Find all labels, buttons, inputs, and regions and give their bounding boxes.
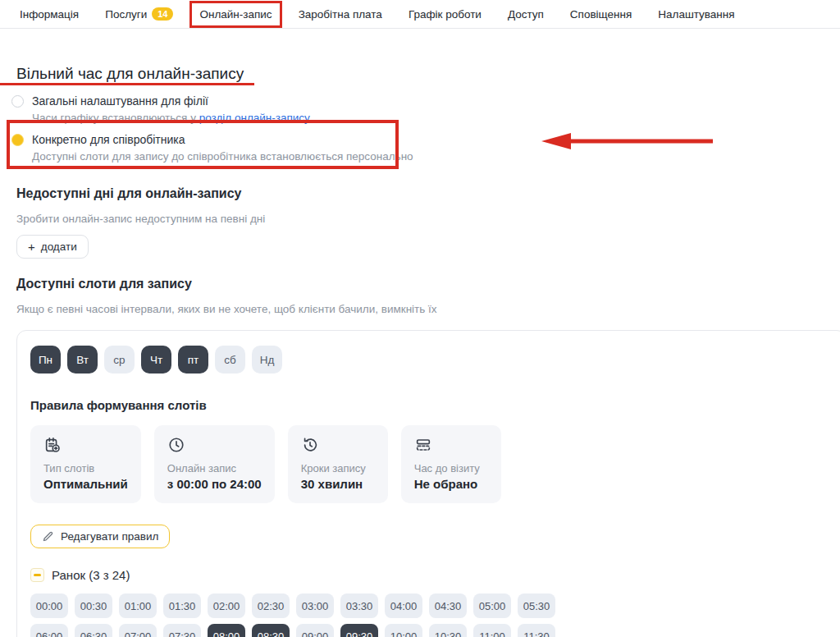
- top-nav: Інформація Послуги 14 Онлайн-запис Зароб…: [0, 0, 840, 29]
- rule-card: Кроки запису 30 хвилин: [288, 425, 388, 503]
- rule-card: Час до візиту Не обрано: [401, 425, 501, 503]
- nav-tab[interactable]: Послуги 14: [95, 0, 183, 28]
- plus-icon: +: [28, 241, 35, 253]
- rule-card-value: 30 хвилин: [301, 477, 375, 491]
- weekday-toggle[interactable]: Чт: [141, 346, 171, 373]
- unavailable-days-title: Недоступні дні для онлайн-запису: [16, 186, 840, 201]
- nav-tab[interactable]: Графік роботи: [399, 1, 491, 28]
- time-slot[interactable]: 10:00: [385, 624, 422, 637]
- edit-rules-button[interactable]: Редагувати правил: [30, 525, 170, 548]
- rule-card-label: Час до візиту: [414, 462, 488, 474]
- time-slot[interactable]: 11:30: [518, 624, 555, 637]
- weekday-toggle[interactable]: Вт: [67, 346, 98, 373]
- page-title: Вільний час для онлайн-запису: [16, 65, 840, 83]
- add-unavailable-day-button[interactable]: + додати: [16, 235, 89, 259]
- unavailable-days-subtitle: Зробити онлайн-запис недоступним на певн…: [16, 213, 840, 225]
- time-slot[interactable]: 07:30: [163, 624, 201, 637]
- option-employee-label: Конкретно для співробітника: [32, 133, 413, 147]
- time-slot[interactable]: 07:00: [119, 624, 157, 637]
- nav-tab[interactable]: Інформація: [10, 1, 89, 28]
- nav-tab-label: Онлайн-запис: [199, 8, 272, 21]
- option-employee-desc: Доступні слоти для запису до співробітни…: [32, 150, 413, 163]
- edit-rules-label: Редагувати правил: [61, 530, 158, 543]
- available-slots-subtitle: Якщо є певні часові інтервали, яких ви н…: [16, 303, 840, 315]
- option-branch-desc: Часи графіку встановлюються у розділ онл…: [32, 112, 310, 125]
- time-slot[interactable]: 10:30: [429, 624, 467, 637]
- time-slot[interactable]: 04:30: [429, 593, 467, 618]
- radio-selected-icon[interactable]: [11, 134, 24, 146]
- rule-card-value: Оптимальний: [43, 477, 128, 491]
- time-slot[interactable]: 02:00: [208, 593, 245, 618]
- option-branch-desc-text: Часи графіку встановлюються у: [32, 112, 199, 124]
- slot-type-icon: [43, 436, 62, 454]
- time-slot[interactable]: 03:30: [340, 593, 378, 618]
- nav-tab[interactable]: Сповіщення: [560, 1, 641, 28]
- time-slot[interactable]: 08:30: [252, 624, 290, 637]
- option-branch-settings[interactable]: Загальні налаштування для філії Часи гра…: [11, 94, 840, 125]
- weekday-toggle[interactable]: Пн: [30, 346, 61, 373]
- weekday-toggle[interactable]: Нд: [252, 346, 282, 373]
- nav-tab-label: Графік роботи: [409, 8, 482, 21]
- rule-card-label: Тип слотів: [43, 462, 128, 474]
- nav-tab-label: Доступ: [508, 8, 544, 21]
- nav-tab[interactable]: Доступ: [498, 1, 554, 28]
- time-slot[interactable]: 06:00: [30, 624, 68, 637]
- morning-group-row: Ранок (3 з 24): [30, 568, 833, 582]
- visit-time-icon: [414, 436, 432, 454]
- history-icon: [301, 436, 319, 454]
- nav-tab[interactable]: Заробітна плата: [289, 1, 392, 28]
- time-slot[interactable]: 01:30: [163, 593, 201, 618]
- time-slot[interactable]: 01:00: [119, 593, 157, 618]
- rule-card-value: Не обрано: [414, 477, 488, 491]
- rule-card: Онлайн запис з 00:00 по 24:00: [154, 425, 275, 503]
- time-slot[interactable]: 06:30: [75, 624, 112, 637]
- time-slot[interactable]: 02:30: [252, 593, 290, 618]
- rule-card-value: з 00:00 по 24:00: [167, 477, 262, 491]
- morning-group-label: Ранок (3 з 24): [52, 568, 130, 582]
- rule-card: Тип слотів Оптимальний: [30, 425, 141, 503]
- time-slot[interactable]: 08:00: [208, 624, 245, 637]
- nav-tab-label: Налаштування: [658, 8, 734, 21]
- weekday-toggles: ПнВтсрЧтптсбНд: [30, 346, 833, 373]
- time-slot[interactable]: 09:30: [340, 624, 378, 637]
- weekday-toggle[interactable]: пт: [178, 346, 208, 373]
- time-slot[interactable]: 03:00: [296, 593, 334, 618]
- clock-icon: [167, 436, 185, 454]
- time-slot[interactable]: 05:30: [518, 593, 555, 618]
- online-booking-section-link[interactable]: розділ онлайн-запису: [199, 112, 310, 124]
- time-slots-grid: 00:0000:3001:0001:3002:0002:3003:0003:30…: [30, 593, 833, 637]
- time-slot[interactable]: 04:00: [385, 593, 422, 618]
- weekday-toggle[interactable]: сб: [215, 346, 245, 373]
- services-count-badge: 14: [152, 7, 173, 21]
- time-slot[interactable]: 09:00: [296, 624, 334, 637]
- slots-settings-card: ПнВтсрЧтптсбНд Правила формування слотів…: [16, 330, 840, 637]
- nav-tab-label: Заробітна плата: [299, 8, 382, 21]
- radio-unselected-icon[interactable]: [11, 95, 24, 108]
- nav-tab[interactable]: Налаштування: [648, 1, 744, 28]
- time-slot[interactable]: 00:30: [75, 593, 112, 618]
- nav-tab-label: Послуги: [105, 8, 147, 21]
- nav-tab[interactable]: Онлайн-запис: [189, 1, 281, 28]
- nav-tab-label: Інформація: [20, 8, 79, 21]
- checkbox-indeterminate-icon[interactable]: [30, 568, 44, 582]
- option-branch-label: Загальні налаштування для філії: [32, 94, 310, 108]
- weekday-toggle[interactable]: ср: [104, 346, 135, 373]
- rule-card-label: Онлайн запис: [167, 462, 262, 474]
- annotation-title-underline: [0, 83, 254, 85]
- pencil-icon: [42, 530, 54, 543]
- time-slot[interactable]: 11:00: [473, 624, 511, 637]
- slot-rules-title: Правила формування слотів: [30, 398, 833, 412]
- nav-tab-label: Сповіщення: [570, 8, 632, 21]
- rule-card-label: Кроки запису: [301, 462, 375, 474]
- time-slot[interactable]: 05:00: [473, 593, 511, 618]
- rule-cards: Тип слотів Оптимальний Онлайн запис з 00…: [30, 425, 833, 503]
- available-slots-title: Доступні слоти для запису: [16, 277, 840, 291]
- option-employee-specific[interactable]: Конкретно для співробітника Доступні сло…: [11, 133, 840, 163]
- time-slot[interactable]: 00:00: [30, 593, 68, 618]
- add-button-label: додати: [41, 241, 77, 253]
